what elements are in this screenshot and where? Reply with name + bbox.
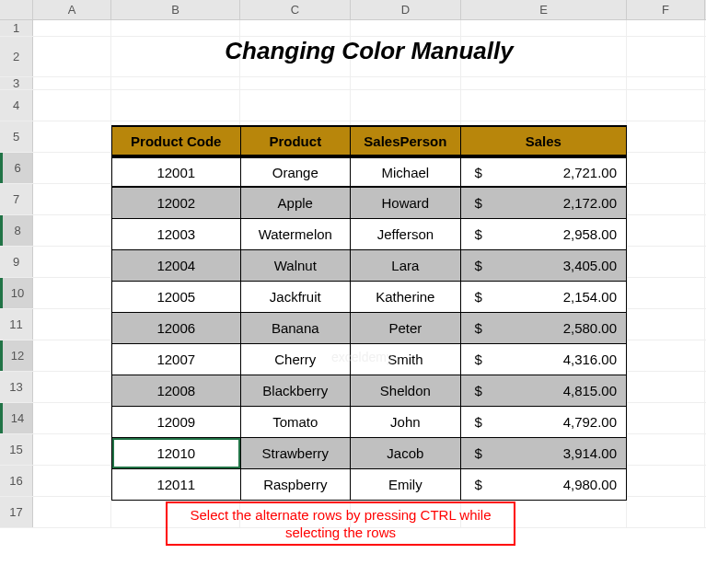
cell-salesperson[interactable]: Peter [351, 313, 461, 343]
cell-F9[interactable] [627, 247, 705, 277]
cell-product-code[interactable]: 12004 [112, 250, 241, 281]
cell-sales[interactable]: $2,172.00 [461, 188, 626, 218]
row-header-16[interactable]: 16 [0, 466, 33, 496]
cell-sales[interactable]: $3,405.00 [461, 250, 626, 281]
cell-D1[interactable] [351, 20, 461, 36]
cell-F8[interactable] [627, 215, 705, 246]
cell-product[interactable]: Watermelon [241, 219, 352, 249]
cell-salesperson[interactable]: Smith [351, 344, 461, 375]
cell-F3[interactable] [627, 77, 705, 89]
cell-product-code[interactable]: 12010 [112, 438, 241, 468]
cell-sales[interactable]: $2,721.00 [461, 158, 626, 186]
cell-sales[interactable]: $3,914.00 [461, 438, 626, 468]
cell-salesperson[interactable]: John [351, 407, 461, 437]
cell-F4[interactable] [627, 90, 705, 121]
cell-A2[interactable] [33, 37, 111, 76]
cell-sales[interactable]: $4,792.00 [461, 407, 626, 437]
table-row[interactable]: 12006BananaPeter$2,580.00 [111, 313, 627, 344]
cell-product-code[interactable]: 12006 [112, 313, 241, 343]
table-row[interactable]: 12005JackfruitKatherine$2,154.00 [111, 282, 627, 313]
cell-F2[interactable] [627, 37, 705, 76]
cell-F16[interactable] [627, 466, 705, 496]
row-header-6[interactable]: 6 [0, 153, 33, 183]
cell-C4[interactable] [240, 90, 351, 121]
cell-F14[interactable] [627, 403, 705, 433]
select-all-corner[interactable] [0, 0, 33, 19]
cell-A5[interactable] [33, 121, 111, 152]
cell-salesperson[interactable]: Lara [351, 250, 461, 281]
cell-F12[interactable] [627, 340, 705, 371]
cell-salesperson[interactable]: Jacob [351, 438, 461, 468]
row-header-11[interactable]: 11 [0, 309, 33, 340]
row-header-8[interactable]: 8 [0, 215, 33, 246]
col-header-D[interactable]: D [351, 0, 461, 19]
cell-salesperson[interactable]: Sheldon [351, 375, 461, 406]
cell-sales[interactable]: $2,154.00 [461, 282, 626, 312]
cell-product-code[interactable]: 12007 [112, 344, 241, 375]
cell-product[interactable]: Orange [241, 158, 352, 186]
cell-A7[interactable] [33, 184, 111, 214]
cell-product-code[interactable]: 12005 [112, 282, 241, 312]
table-row[interactable]: 12008BlackberrySheldon$4,815.00 [111, 375, 627, 407]
cell-product-code[interactable]: 12011 [112, 469, 241, 500]
cell-F6[interactable] [627, 153, 705, 183]
cell-A10[interactable] [33, 278, 111, 308]
cell-F13[interactable] [627, 372, 705, 402]
cell-A12[interactable] [33, 340, 111, 371]
col-header-F[interactable]: F [627, 0, 705, 19]
cell-A6[interactable] [33, 153, 111, 183]
table-row[interactable]: 12010StrawberryJacob$3,914.00 [111, 438, 627, 469]
cell-A3[interactable] [33, 77, 111, 89]
table-row[interactable]: 12003WatermelonJefferson$2,958.00 [111, 219, 627, 250]
cell-A15[interactable] [33, 434, 111, 465]
table-row[interactable]: 12007CherrySmith$4,316.00 [111, 344, 627, 375]
cell-product-code[interactable]: 12001 [112, 158, 241, 186]
row-header-2[interactable]: 2 [0, 37, 33, 76]
cell-A14[interactable] [33, 403, 111, 433]
cell-product[interactable]: Jackfruit [241, 282, 352, 312]
cell-E1[interactable] [461, 20, 627, 36]
cell-A4[interactable] [33, 90, 111, 121]
cell-product[interactable]: Walnut [241, 250, 352, 281]
cell-sales[interactable]: $4,980.00 [461, 469, 626, 500]
table-row[interactable]: 12002AppleHoward$2,172.00 [111, 188, 627, 219]
cell-A17[interactable] [33, 497, 111, 527]
col-header-B[interactable]: B [111, 0, 240, 19]
cell-sales[interactable]: $2,580.00 [461, 313, 626, 343]
cell-F7[interactable] [627, 184, 705, 214]
cell-A16[interactable] [33, 466, 111, 496]
cell-product-code[interactable]: 12002 [112, 188, 241, 218]
cell-B1[interactable] [111, 20, 240, 36]
cell-product-code[interactable]: 12008 [112, 375, 241, 406]
cell-product[interactable]: Blackberry [241, 375, 352, 406]
cell-salesperson[interactable]: Jefferson [351, 219, 461, 249]
row-header-7[interactable]: 7 [0, 184, 33, 214]
cell-product[interactable]: Tomato [241, 407, 352, 437]
cell-F17[interactable] [627, 497, 705, 527]
cell-product[interactable]: Banana [241, 313, 352, 343]
row-header-14[interactable]: 14 [0, 403, 33, 433]
row-header-17[interactable]: 17 [0, 497, 33, 527]
cell-product[interactable]: Raspberry [241, 469, 352, 500]
cell-product-code[interactable]: 12003 [112, 219, 241, 249]
col-header-E[interactable]: E [461, 0, 627, 19]
cell-sales[interactable]: $2,958.00 [461, 219, 626, 249]
cell-sales[interactable]: $4,815.00 [461, 375, 626, 406]
header-sales[interactable]: Sales [461, 127, 626, 155]
row-header-10[interactable]: 10 [0, 278, 33, 308]
row-header-1[interactable]: 1 [0, 20, 33, 36]
cell-E3[interactable] [461, 77, 627, 89]
table-row[interactable]: 12009TomatoJohn$4,792.00 [111, 407, 627, 438]
cell-A1[interactable] [33, 20, 111, 36]
cell-F1[interactable] [627, 20, 705, 36]
cell-A13[interactable] [33, 372, 111, 402]
header-product-code[interactable]: Product Code [112, 127, 241, 155]
cell-salesperson[interactable]: Howard [351, 188, 461, 218]
col-header-C[interactable]: C [240, 0, 351, 19]
cell-D4[interactable] [351, 90, 461, 121]
row-header-15[interactable]: 15 [0, 434, 33, 465]
header-product[interactable]: Product [241, 127, 352, 155]
cell-salesperson[interactable]: Emily [351, 469, 461, 500]
cell-sales[interactable]: $4,316.00 [461, 344, 626, 375]
cell-salesperson[interactable]: Katherine [351, 282, 461, 312]
